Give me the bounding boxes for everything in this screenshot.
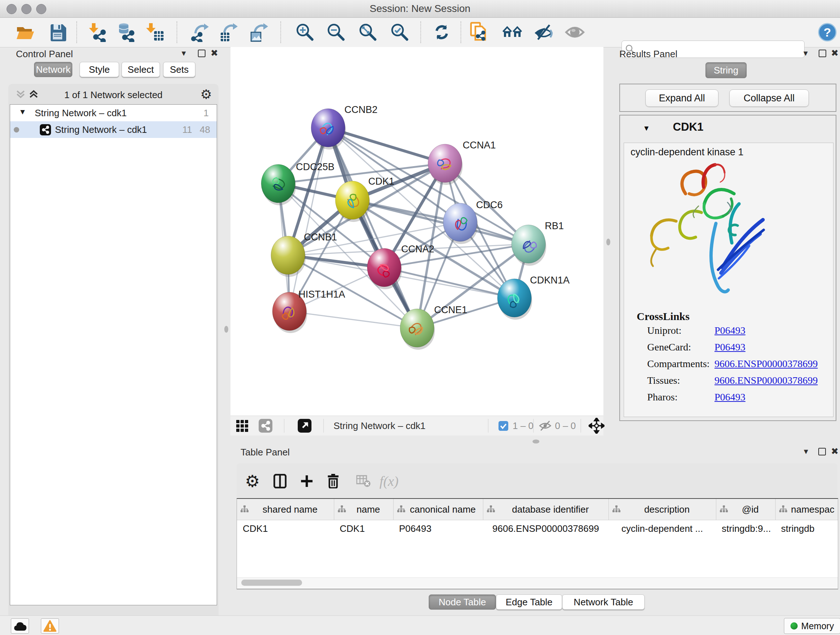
results-buttons-box: Expand All Collapse All [619, 84, 836, 112]
network-share-icon[interactable] [259, 419, 272, 434]
first-neighbors-icon[interactable] [502, 22, 523, 43]
zoom-in-icon[interactable] [294, 22, 316, 43]
control-panel-collapse-icon[interactable]: ▼ [180, 49, 187, 57]
left-splitter-handle[interactable] [224, 326, 228, 333]
gene-section: ▼ CDK1 cyclin-dependent kinase 1 [619, 115, 836, 421]
zoom-selected-icon[interactable] [389, 22, 410, 43]
crosslink-link[interactable]: P06493 [714, 341, 745, 353]
clone-network-icon[interactable] [469, 22, 490, 43]
tab-network[interactable]: Network [34, 62, 73, 77]
crosslink-link[interactable]: 9606.ENSP00000378699 [714, 375, 818, 386]
network-list-options-gear-icon[interactable]: ⚙ [201, 87, 212, 102]
table-cell: cyclin-dependent ... [608, 520, 716, 537]
import-network-file-icon[interactable] [88, 22, 109, 43]
collapse-all-button[interactable]: Collapse All [729, 89, 809, 107]
table-horizontal-scrollbar[interactable] [237, 578, 838, 588]
network-edge[interactable] [289, 311, 417, 328]
column-header-canonical-name[interactable]: canonical name [393, 499, 483, 520]
results-panel-close-icon[interactable]: ✖ [831, 48, 838, 58]
edge-count: 48 [200, 124, 210, 135]
tab-style[interactable]: Style [80, 62, 119, 77]
table-panel: Table Panel ▼ ✖ ⚙ f(x) shared namenameca… [231, 446, 840, 616]
control-panel-title: Control Panel [16, 49, 73, 60]
table-panel-close-icon[interactable]: ✖ [831, 446, 838, 456]
control-panel-float-icon[interactable] [198, 50, 205, 57]
birds-eye-view-icon[interactable] [298, 419, 311, 434]
network-node-CCNB2[interactable] [311, 109, 345, 147]
network-view-title: String Network – cdk1 [333, 420, 425, 432]
column-header-@id[interactable]: @id [716, 499, 775, 520]
show-all-icon[interactable] [564, 22, 585, 43]
column-header-namespac[interactable]: namespac [775, 499, 838, 520]
export-table-icon[interactable] [218, 22, 240, 43]
save-session-icon[interactable] [47, 22, 68, 43]
network-collection-row[interactable]: ▼ String Network – cdk1 1 [10, 105, 217, 121]
refresh-icon[interactable] [431, 22, 452, 43]
results-panel-float-icon[interactable] [819, 50, 826, 57]
tab-string[interactable]: String [706, 62, 747, 78]
import-network-database-icon[interactable] [116, 22, 137, 43]
crosslink-link[interactable]: P06493 [714, 325, 745, 336]
show-columns-icon[interactable] [273, 463, 286, 499]
table-row[interactable]: CDK1CDK1P064939606.ENSP00000378699cyclin… [237, 520, 838, 537]
tab-network-table[interactable]: Network Table [562, 594, 645, 610]
table-panel-float-icon[interactable] [818, 448, 826, 455]
tab-node-table[interactable]: Node Table [429, 594, 496, 610]
warning-button[interactable] [41, 618, 59, 633]
import-table-icon[interactable] [145, 22, 166, 43]
network-view-toolbar: String Network – cdk1 1 – 0 0 – 0 [231, 416, 603, 435]
column-header-name[interactable]: name [334, 499, 393, 520]
column-header-shared-name[interactable]: shared name [237, 499, 334, 520]
help-icon[interactable]: ? [817, 22, 838, 43]
column-header-description[interactable]: description [608, 499, 716, 520]
tree-expand-icon[interactable]: ▼ [19, 108, 27, 116]
tab-select[interactable]: Select [122, 62, 160, 77]
tab-edge-table[interactable]: Edge Table [496, 594, 562, 610]
network-node-label: CCNA1 [463, 140, 496, 150]
results-panel: Results Panel ▼ ✖ String Expand All Coll… [611, 47, 840, 445]
network-node-label: CCNB2 [344, 104, 378, 115]
hide-selected-icon[interactable] [533, 22, 554, 43]
network-node-CDKN1A[interactable] [497, 279, 531, 317]
zoom-fit-icon[interactable] [357, 22, 378, 43]
open-session-icon[interactable] [14, 22, 35, 43]
right-splitter-handle[interactable] [606, 239, 610, 245]
selected-checkbox-icon[interactable] [499, 421, 508, 432]
cloud-button[interactable] [11, 618, 29, 633]
table-panel-collapse-icon[interactable]: ▼ [802, 448, 810, 456]
network-node-CCNE1[interactable] [400, 309, 434, 347]
network-node-CCNA2[interactable] [367, 249, 401, 287]
scrollbar-thumb[interactable] [241, 580, 302, 586]
network-collection-label: String Network – cdk1 [35, 108, 126, 119]
delete-column-trash-icon[interactable] [327, 463, 339, 499]
crosslink-label: GeneCard: [647, 341, 714, 353]
crosslink-link[interactable]: P06493 [714, 391, 745, 402]
warning-icon [43, 620, 57, 632]
control-panel-close-icon[interactable]: ✖ [210, 48, 218, 58]
crosslinks-title: CrossLinks [637, 310, 690, 323]
memory-button[interactable]: Memory [784, 618, 840, 634]
table-options-gear-icon[interactable]: ⚙ [245, 463, 260, 499]
export-image-icon[interactable] [249, 22, 270, 43]
add-column-icon[interactable] [300, 463, 313, 499]
grid-view-icon[interactable] [235, 419, 249, 434]
network-row-selected[interactable]: String Network – cdk1 11 48 [10, 121, 217, 138]
table-toolbar: ⚙ f(x) [237, 463, 837, 499]
network-node-CCNB1[interactable] [271, 236, 305, 274]
hidden-eye-slash-icon [538, 420, 552, 432]
crosslink-link[interactable]: 9606.ENSP00000378699 [714, 358, 818, 369]
expand-all-button[interactable]: Expand All [645, 89, 718, 107]
pan-crosshair-icon[interactable] [589, 418, 605, 435]
bottom-splitter-handle[interactable] [532, 440, 539, 443]
results-panel-collapse-icon[interactable]: ▼ [802, 49, 809, 57]
table-cell: CDK1 [334, 520, 393, 537]
zoom-out-icon[interactable] [325, 22, 347, 43]
gene-collapse-icon[interactable]: ▼ [643, 124, 650, 133]
network-canvas[interactable]: CCNB2CCNA1CDC25BCDK1CDC6RB1CCNB1CCNA2CDK… [231, 47, 603, 416]
network-node-CCNA1[interactable] [428, 144, 462, 182]
column-header-database-identifier[interactable]: database identifier [483, 499, 608, 520]
network-node-RB1[interactable] [512, 225, 546, 263]
tab-sets[interactable]: Sets [163, 62, 195, 77]
export-network-icon[interactable] [189, 22, 210, 43]
node-table: shared namenamecanonical namedatabase id… [237, 498, 838, 589]
